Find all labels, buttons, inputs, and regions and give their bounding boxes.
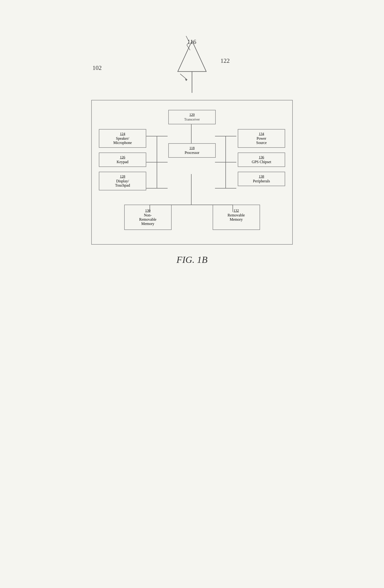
processor-number: 118 [171, 146, 213, 150]
right-col: 134 Power Source 136 GPS Chipset 138 Per… [238, 124, 285, 190]
svg-marker-0 [178, 41, 206, 71]
non-removable-memory-box: 130 Non- Removable Memory [124, 205, 172, 230]
removable-label: Removable Memory [227, 213, 245, 221]
power-source-label: Power Source [256, 136, 267, 145]
removable-number: 132 [215, 209, 257, 213]
power-source-box: 134 Power Source [238, 129, 285, 148]
display-box: 128 Display/ Touchpad [99, 172, 146, 190]
display-number: 128 [101, 174, 144, 179]
peripherals-label: Peripherals [253, 179, 270, 183]
power-source-number: 134 [240, 132, 283, 136]
peripherals-box: 138 Peripherals [238, 172, 285, 186]
center-col: 118 Processor [168, 124, 216, 190]
svg-line-5 [180, 74, 187, 80]
gps-chipset-label: GPS Chipset [252, 160, 271, 164]
display-label: Display/ Touchpad [115, 179, 130, 187]
main-box: 120 Transceiver [91, 100, 293, 245]
gps-chipset-box: 136 GPS Chipset [238, 152, 285, 167]
speaker-label: Speaker/ Microphone [113, 136, 132, 145]
keypad-box: 126 Keypad [99, 152, 146, 167]
page: 102 116 122 [0, 0, 384, 588]
transceiver-box: 120 Transceiver [168, 110, 216, 124]
keypad-number: 126 [101, 155, 144, 159]
middle-row: 124 Speaker/ Microphone 126 Keypad 128 D… [99, 124, 285, 190]
speaker-box: 124 Speaker/ Microphone [99, 129, 146, 148]
non-removable-label: Non- Removable Memory [139, 213, 157, 226]
gps-chipset-number: 136 [240, 155, 283, 159]
removable-memory-box: 132 Removable Memory [213, 205, 260, 230]
processor-box: 118 Processor [168, 143, 216, 158]
full-diagram: 120 Transceiver [91, 100, 293, 245]
label-102: 102 [92, 64, 102, 71]
peripherals-number: 138 [240, 174, 283, 179]
bottom-row: 130 Non- Removable Memory 132 Removable … [99, 205, 285, 230]
antenna-svg [157, 34, 227, 95]
non-removable-number: 130 [127, 209, 169, 213]
antenna-area: 102 116 122 [85, 34, 299, 100]
transceiver-number: 120 [171, 113, 213, 117]
left-col: 124 Speaker/ Microphone 126 Keypad 128 D… [99, 124, 146, 190]
diagram-container: 102 116 122 [85, 34, 299, 555]
transceiver-label: Transceiver [184, 118, 200, 121]
keypad-label: Keypad [117, 160, 129, 164]
svg-line-2 [186, 36, 189, 42]
svg-line-3 [187, 42, 189, 45]
figure-label: FIG. 1B [176, 254, 207, 265]
speaker-number: 124 [101, 132, 144, 136]
processor-label: Processor [185, 151, 199, 155]
